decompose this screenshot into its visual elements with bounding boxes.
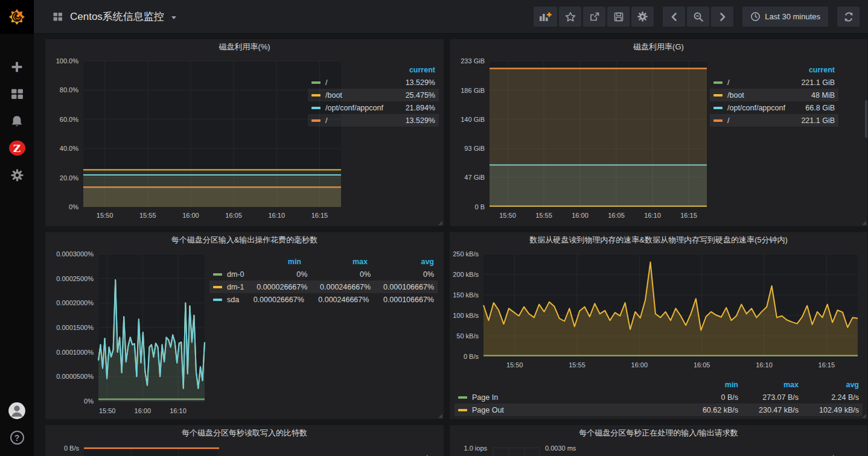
svg-text:47 GiB: 47 GiB	[464, 174, 485, 181]
panel-title[interactable]: 每个磁盘分区输入&输出操作花费的毫秒数	[45, 232, 444, 248]
zoom-out-button[interactable]	[687, 7, 709, 27]
page-in-out-chart[interactable]: 15:5015:5516:0016:0516:1016:150 B/s50 kB…	[452, 248, 861, 372]
svg-text:0.0002000%: 0.0002000%	[56, 299, 94, 306]
svg-text:0 B/s: 0 B/s	[464, 353, 479, 360]
legend-disk-io-ms: minmaxavgdm-00%0%0%dm-10.000026667%0.000…	[209, 255, 438, 306]
legend-column-header[interactable]: max	[301, 258, 368, 266]
legend-series-name[interactable]: dm-1	[213, 283, 244, 291]
save-button[interactable]	[607, 7, 630, 27]
panel-resize-handle[interactable]	[862, 414, 866, 418]
dashboard-settings-button[interactable]	[631, 7, 654, 27]
legend-value: 0.000026667%	[239, 296, 304, 304]
svg-text:0%: 0%	[84, 397, 94, 405]
time-back-button[interactable]	[663, 7, 685, 27]
svg-text:80.0%: 80.0%	[60, 86, 78, 93]
legend-header-row: maxavgcurrent	[686, 451, 838, 456]
legend-series-name[interactable]: dm-0	[213, 270, 244, 279]
legend-column-header[interactable]: current	[774, 66, 835, 74]
disk-bits-rw-chart[interactable]: 0 B/s	[48, 442, 223, 456]
time-forward-button[interactable]	[711, 7, 733, 27]
sidebar-item-zabbix[interactable]: Z	[0, 135, 34, 162]
legend-series-swatch	[213, 273, 222, 276]
refresh-button[interactable]	[837, 7, 860, 27]
sidebar-item-configuration[interactable]	[0, 162, 34, 189]
legend-row: sda0.000026667%0.000246667%0.000106667%	[209, 293, 438, 306]
panel-resize-handle[interactable]	[438, 414, 442, 418]
svg-text:15:50: 15:50	[99, 407, 116, 414]
svg-text:0%: 0%	[69, 203, 78, 211]
legend-column-header[interactable]: min	[678, 381, 738, 389]
share-button[interactable]	[583, 7, 605, 27]
legend-series-name[interactable]: /	[311, 116, 375, 125]
legend-column-header[interactable]: avg	[799, 381, 859, 389]
legend-row: /221.1 GiB	[710, 114, 838, 127]
legend-column-header[interactable]: max	[690, 454, 738, 456]
disk-io-ms-chart[interactable]: 15:5016:0016:100%0.0000500%0.0001000%0.0…	[46, 248, 208, 418]
panel-disk-usage-size: 磁盘利用率(G) 15:5015:5516:0016:0516:1016:150…	[450, 39, 867, 226]
legend-column-header[interactable]: current	[787, 454, 835, 456]
legend-row: /boot25.475%	[308, 89, 439, 101]
legend-column-header[interactable]: min	[235, 258, 301, 266]
legend-series-name[interactable]: /opt/conf/appconf	[713, 104, 785, 112]
svg-text:16:00: 16:00	[182, 212, 199, 219]
dashboard-title-button[interactable]: Centos系统信息监控	[53, 10, 176, 24]
panel-disk-io-requests: 每个磁盘分区每秒正在处理的输入/输出请求数 1.0 iops 0.0030 ms…	[450, 425, 867, 456]
sidebar-item-help[interactable]: ?	[0, 424, 34, 451]
legend-column-header[interactable]: current	[375, 66, 435, 74]
svg-text:0.0002500%: 0.0002500%	[56, 275, 94, 282]
svg-text:15:50: 15:50	[506, 361, 523, 369]
legend-column-header[interactable]: avg	[738, 454, 787, 456]
legend-series-name[interactable]: /	[311, 78, 375, 87]
legend-series-name[interactable]: sda	[213, 296, 239, 304]
svg-text:16:15: 16:15	[680, 212, 697, 219]
svg-text:0.0001500%: 0.0001500%	[56, 324, 94, 331]
legend-series-name[interactable]: Page Out	[458, 406, 678, 414]
panel-resize-handle[interactable]	[862, 221, 866, 225]
legend-header-row: minmaxavg	[455, 378, 863, 391]
sidebar-item-dashboards[interactable]	[0, 80, 34, 107]
panel-title[interactable]: 磁盘利用率(%)	[45, 39, 444, 55]
legend-value: 273.07 B/s	[738, 393, 799, 402]
legend-value: 0%	[307, 270, 371, 279]
legend-series-name[interactable]: /	[713, 78, 774, 87]
vertical-scrollbar[interactable]	[865, 100, 867, 138]
disk-usage-size-chart[interactable]: 15:5015:5516:0016:0516:1016:150 B47 GiB9…	[452, 55, 710, 223]
time-picker-button[interactable]: Last 30 minutes	[742, 7, 828, 27]
star-button[interactable]	[559, 7, 581, 27]
page-title: Centos系统信息监控	[70, 10, 164, 24]
add-panel-icon	[539, 11, 552, 22]
legend-value: 13.529%	[375, 116, 435, 125]
sidebar: Z ?	[0, 0, 34, 456]
legend-series-name[interactable]: /boot	[713, 91, 774, 100]
legend-series-name[interactable]: /	[713, 116, 774, 125]
panel-title[interactable]: 每个磁盘分区每秒正在处理的输入/输出请求数	[450, 425, 867, 441]
panel-title[interactable]: 磁盘利用率(G)	[450, 39, 867, 55]
help-icon: ?	[10, 431, 24, 445]
legend-series-name[interactable]: /opt/conf/appconf	[311, 104, 383, 112]
legend-column-header[interactable]: avg	[368, 258, 434, 266]
sidebar-item-create[interactable]	[0, 53, 34, 80]
legend-column-header[interactable]: max	[284, 454, 332, 456]
panel-title[interactable]: 数据从硬盘读到物理内存的速率&数据从物理内存写到硬盘的速率(5分钟内)	[450, 232, 867, 248]
disk-usage-percent-chart[interactable]: 15:5015:5516:0016:0516:1016:150%20.0%40.…	[48, 55, 345, 223]
legend-series-name[interactable]: Page In	[458, 393, 678, 402]
legend-column-header[interactable]: current	[380, 454, 429, 456]
sidebar-item-profile[interactable]	[0, 397, 34, 424]
legend-column-header[interactable]: max	[738, 381, 799, 389]
sidebar-item-alerting[interactable]	[0, 107, 34, 135]
legend-value: 0.000246667%	[307, 283, 371, 291]
panel-resize-handle[interactable]	[438, 221, 442, 225]
legend-row: Page In0 B/s273.07 B/s2.24 B/s	[455, 391, 863, 404]
panel-title[interactable]: 每个磁盘分区每秒读取写入的比特数	[45, 425, 444, 441]
apps-grid-icon	[53, 12, 63, 22]
legend-value: 25.475%	[375, 91, 435, 100]
add-panel-button[interactable]	[534, 7, 557, 27]
svg-text:15:55: 15:55	[535, 212, 552, 219]
svg-text:50 kB/s: 50 kB/s	[456, 332, 479, 340]
svg-text:16:10: 16:10	[644, 212, 661, 219]
disk-io-requests-chart-fragment[interactable]	[492, 446, 540, 456]
legend-column-header[interactable]: avg	[332, 454, 380, 456]
grafana-logo[interactable]	[0, 0, 34, 34]
legend-series-name[interactable]: /boot	[311, 91, 375, 100]
legend-header-row: maxavgcurrent	[280, 451, 432, 456]
